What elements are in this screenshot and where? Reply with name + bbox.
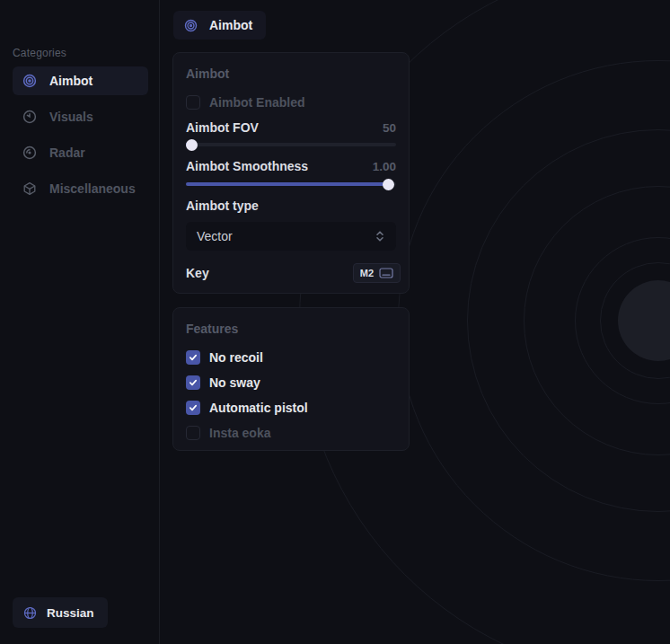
checkbox-label: Aimbot Enabled — [209, 95, 305, 110]
sidebar-item-label: Radar — [49, 146, 85, 160]
aimbot-type-label: Aimbot type — [186, 198, 259, 213]
features-panel: Features No recoil No sway Automatic pis… — [172, 307, 410, 451]
radar-icon — [22, 146, 37, 160]
feature-no-sway-row[interactable]: No sway — [186, 375, 396, 391]
target-icon — [184, 19, 198, 32]
sidebar-item-label: Miscellaneous — [49, 181, 136, 196]
fov-slider-track[interactable] — [186, 143, 396, 146]
fov-slider-label: Aimbot FOV — [186, 120, 259, 135]
aimbot-type-select[interactable]: Vector — [186, 222, 396, 251]
checkbox-label: No sway — [209, 375, 260, 390]
smoothness-slider-track[interactable] — [186, 182, 396, 186]
sidebar-item-radar[interactable]: Radar — [13, 138, 148, 167]
no-sway-checkbox[interactable] — [186, 375, 200, 390]
keybind-value: M2 — [360, 268, 374, 278]
keyboard-icon — [379, 268, 393, 278]
fov-slider-header: Aimbot FOV 50 — [186, 120, 396, 135]
no-recoil-checkbox[interactable] — [186, 350, 200, 365]
sidebar-item-aimbot[interactable]: Aimbot — [13, 66, 148, 95]
insta-eoka-checkbox[interactable] — [186, 426, 200, 440]
smoothness-slider-value: 1.00 — [373, 160, 396, 173]
language-button-label: Russian — [47, 606, 94, 620]
target-icon — [22, 74, 37, 88]
fov-slider-thumb[interactable] — [186, 139, 198, 151]
sidebar-item-label: Visuals — [49, 110, 93, 124]
select-value: Vector — [197, 229, 233, 243]
smoothness-slider-thumb[interactable] — [383, 179, 394, 190]
tab-aimbot[interactable]: Aimbot — [173, 11, 266, 40]
smoothness-slider-label: Aimbot Smoothness — [186, 159, 308, 173]
keybind-row: Key M2 — [186, 263, 401, 283]
check-icon — [189, 403, 198, 412]
package-icon — [22, 181, 37, 196]
checkbox-label: No recoil — [209, 350, 263, 365]
sidebar-divider — [159, 0, 160, 644]
automatic-pistol-checkbox[interactable] — [186, 401, 200, 415]
sidebar-item-visuals[interactable]: Visuals — [13, 102, 148, 131]
feature-no-recoil-row[interactable]: No recoil — [186, 349, 396, 366]
sidebar-item-label: Aimbot — [49, 74, 93, 88]
checkbox-label: Insta eoka — [209, 426, 270, 440]
check-icon — [189, 378, 198, 387]
language-button[interactable]: Russian — [13, 597, 108, 628]
categories-label: Categories — [13, 47, 66, 59]
aimbot-panel: Aimbot Aimbot Enabled Aimbot FOV 50 Aimb… — [172, 52, 410, 294]
clock-icon — [22, 110, 37, 124]
aimbot-enabled-checkbox-row[interactable]: Aimbot Enabled — [186, 94, 396, 110]
app-window: Categories Aimbot Visuals Radar Miscella… — [0, 0, 670, 644]
aimbot-enabled-checkbox[interactable] — [186, 95, 200, 110]
smoothness-slider-header: Aimbot Smoothness 1.00 — [186, 159, 396, 173]
tab-label: Aimbot — [209, 18, 252, 32]
panel-title: Features — [186, 322, 238, 336]
globe-icon — [23, 606, 37, 620]
smoothness-slider-fill — [186, 182, 392, 186]
keybind-button[interactable]: M2 — [353, 263, 401, 283]
keybind-label: Key — [186, 266, 209, 280]
feature-insta-eoka-row[interactable]: Insta eoka — [186, 425, 396, 441]
updown-chevron-icon — [375, 230, 385, 243]
feature-automatic-pistol-row[interactable]: Automatic pistol — [186, 400, 396, 416]
panel-title: Aimbot — [186, 66, 229, 81]
sidebar-item-miscellaneous[interactable]: Miscellaneous — [13, 174, 148, 203]
fov-slider-value: 50 — [383, 121, 396, 135]
check-icon — [189, 353, 198, 362]
checkbox-label: Automatic pistol — [209, 401, 308, 415]
